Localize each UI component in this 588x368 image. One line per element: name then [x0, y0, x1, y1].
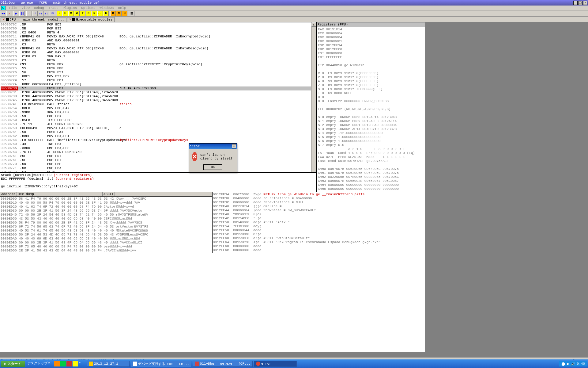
modules-button[interactable]: E: [62, 11, 68, 16]
breakpoints-button[interactable]: B: [110, 11, 116, 16]
taskbar-item[interactable]: OllyDbg - ge.exe - [CP...: [193, 361, 253, 367]
disasm-row[interactable]: 0053D76C . 7C EFJL SHORT 0053D75D: [1, 150, 316, 154]
disasm-row[interactable]: 0053D715 . 83E0 01AND EAX,00000001: [1, 39, 316, 43]
disasm-row[interactable]: 0053D759 . 85EDTEST EBP,EBP: [1, 118, 316, 122]
tab-close-icon[interactable]: ×: [69, 18, 71, 21]
start-button[interactable]: ⊞ スタート: [1, 361, 25, 367]
close-file-icon[interactable]: ✕: [6, 11, 12, 16]
disasm-row[interactable]: 0053D72A . 8DBE 60030000LEA EDI,[ESI+360…: [1, 82, 316, 86]
close-button[interactable]: ×: [583, 1, 587, 5]
disasm-row[interactable]: 0053D720 . C1E8 03SHR EAX,3: [1, 55, 316, 59]
disasm-row[interactable]: 0053D725 . 55PUSH EBP: [1, 67, 316, 71]
m-button[interactable]: M: [116, 11, 122, 16]
system-tray[interactable]: ⬤ ◐ 🔊 0:40: [559, 361, 587, 366]
tray-icon[interactable]: ◐: [567, 362, 569, 366]
rewind-icon[interactable]: ◀◀: [1, 11, 6, 16]
windows-button[interactable]: W: [74, 11, 80, 16]
disasm-row[interactable]: 0053D769 . 43INC EBX: [1, 142, 316, 146]
dialog-close-icon[interactable]: ×: [232, 144, 236, 148]
menu-plugins[interactable]: Plugins: [61, 6, 79, 10]
exec-till-ret-icon[interactable]: ↓U: [50, 11, 55, 16]
dialog-titlebar[interactable]: error ×: [189, 144, 237, 149]
memory-button[interactable]: M: [68, 11, 74, 16]
stack-row[interactable]: 0012FF58 00000044 dddd: [213, 228, 424, 232]
trace-into-icon[interactable]: ↡↡: [38, 11, 43, 16]
stack-row[interactable]: 0012FF68 00000000 dddd: [213, 244, 424, 248]
threads-button[interactable]: T: [80, 11, 85, 16]
disasm-row[interactable]: 0053D729 . 57PUSH EDI: [1, 79, 316, 82]
disasm-row[interactable]: 0053D754 . 8BE8MOV EBP,EAX: [1, 106, 316, 110]
disasm-row[interactable]: 0053D76E > 5FPOP EDI: [1, 154, 316, 158]
disasm-row[interactable]: 0053D70E . C2 0400RETN 4: [1, 31, 316, 35]
menu-file[interactable]: File: [7, 6, 19, 10]
minimize-button[interactable]: _: [573, 1, 578, 5]
play-icon[interactable]: ▶: [13, 11, 19, 16]
menu-help[interactable]: Help: [116, 6, 128, 10]
registers-pane[interactable]: Registers (FPU) EAX 00151F14 ECX 0000000…: [316, 22, 425, 192]
taskbar-item-active[interactable]: error: [254, 361, 297, 367]
menu-view[interactable]: View: [20, 6, 31, 10]
taskbar-item[interactable]: 2013_12_27_1: [87, 361, 130, 367]
ql-icon[interactable]: [54, 361, 60, 366]
disasm-row[interactable]: 0053D758 . 59POP ECX: [1, 114, 316, 118]
stack-row[interactable]: 0012FF50 00140000 dd▯d ASCII "Actx ": [213, 220, 424, 224]
disasm-row[interactable]: 0053D764 . E8 5CFFFFFFCALL imcfile::ZIPE…: [1, 138, 316, 142]
stack-pane[interactable]: 0012FF34 00677680 Zvgd RETURN from ge.Wi…: [212, 192, 425, 253]
scrollbar[interactable]: ▲: [311, 22, 316, 172]
stack-row[interactable]: 0012FF48 2B950CF9 ù|ò+: [213, 213, 424, 217]
menu-windows[interactable]: Windows: [98, 6, 115, 10]
disasm-row[interactable]: 0053D730 . 57PUSH EDIbuf => ARG.ECX+360: [1, 86, 316, 90]
hexdump-pane[interactable]: Address Hex dump ASCII 0080E000 58 41 F4…: [0, 192, 212, 253]
stack-row[interactable]: 0012FF3C 00000000 dddd hPrevInstance = N…: [213, 201, 424, 205]
disasm-row[interactable]: 0053D723 . C3RETN: [1, 59, 316, 63]
disasm-row[interactable]: 0053D76A . 3BDDCMP EBX,EBP: [1, 146, 316, 150]
step-into-icon[interactable]: ↓↑: [26, 11, 32, 16]
stack-row[interactable]: 0012FF5C 00153BD8 Ø;▯d: [213, 232, 424, 236]
more-button[interactable]: ...: [97, 11, 103, 16]
stack-row[interactable]: 0012FF44 0000000A ↑ddd ShowState = SW_SH…: [213, 209, 424, 213]
disasm-row[interactable]: 0053D76F . 5EPOP ESI: [1, 158, 316, 162]
restore-button[interactable]: ❐: [578, 1, 582, 5]
tray-icon[interactable]: 🔊: [571, 362, 575, 366]
disasm-row[interactable]: 0053D71D . 83E0 08AND EAX,00000008: [1, 51, 316, 55]
disasm-row[interactable]: 0053D761 . 50PUSH EAX: [1, 130, 316, 134]
menu-trace[interactable]: Trace: [47, 6, 60, 10]
handles-button[interactable]: H: [122, 11, 127, 16]
taskbar-item[interactable]: デバッグ実行する.txt - Em...: [131, 361, 191, 367]
disasm-row[interactable]: 0053D727 . 8BF1MOV ESI,ECX: [1, 75, 316, 79]
disasm-row[interactable]: 0053D756 . 33DBXOR EBX,EBX: [1, 110, 316, 114]
disasm-row[interactable]: 0053D70C . 5FPOP EDI: [1, 23, 316, 27]
ql-icon[interactable]: [73, 361, 78, 366]
disasm-row[interactable]: 0053D719 r$0FBF41 08MOVSX EAX,WORD PTR D…: [1, 47, 316, 51]
ok-button[interactable]: OK: [203, 164, 222, 170]
disasm-row[interactable]: 0053D724 r$53PUSH EBXge.imcfile::ZIPENTR…: [1, 63, 316, 67]
tab-close-icon[interactable]: ×: [3, 18, 5, 21]
menu-debug[interactable]: Debug: [32, 6, 46, 10]
stack-row[interactable]: 0012FF38 00400000 dddd hCurrInstance = 0…: [213, 197, 424, 201]
disasm-row[interactable]: 0053D771 . 5BPOP EBX: [1, 166, 316, 170]
disasm-row[interactable]: 0053D70D . 5EPOP ESI: [1, 27, 316, 31]
app-icon[interactable]: C: [1, 6, 6, 10]
menu-options[interactable]: Options: [79, 6, 97, 10]
tab-modules[interactable]: ×Executable modules: [67, 17, 115, 22]
scroll-up-icon[interactable]: ▲: [311, 22, 316, 27]
options-icon[interactable]: ☰: [129, 11, 134, 16]
disasm-row[interactable]: 0053D718 . C3RETN: [1, 43, 316, 47]
disasm-row[interactable]: 0053D75B . 7E 11JLE SHORT 0053D76E: [1, 122, 316, 126]
trace-over-icon[interactable]: ↡↓: [44, 11, 49, 16]
disasm-row[interactable]: 0053D762 . 8BCEMOV ECX,ESI: [1, 134, 316, 138]
ql-icon[interactable]: [66, 361, 72, 366]
refs-button[interactable]: R: [92, 11, 97, 16]
stack-row[interactable]: 0012FF64 00153C20 <▯d ASCII "C:¥Program …: [213, 240, 424, 244]
pause-icon[interactable]: ❚❚: [19, 11, 25, 16]
log-button[interactable]: L: [57, 11, 62, 16]
stack-row[interactable]: 0012FF60 00153BF8 ø;▯d ASCII "WinSta0¥De…: [213, 236, 424, 240]
disasm-row[interactable]: 0053D731 . C786 40030000MOV DWORD PTR DS…: [1, 90, 316, 94]
disasm-row[interactable]: 0053D745 . C786 48030000MOV DWORD PTR DS…: [1, 98, 316, 102]
stack-row[interactable]: 0012FF40 00151F14 ▯▯▯d CmdLine =: [213, 205, 424, 209]
stack-row[interactable]: 0012FF4C 0012ADE0 °¬▯d: [213, 217, 424, 220]
cpu-button[interactable]: C: [86, 11, 91, 16]
disasm-row[interactable]: 0053D772 C3RETN: [1, 170, 316, 172]
ql-icon[interactable]: [60, 361, 66, 366]
callstack-button[interactable]: K: [103, 11, 109, 16]
